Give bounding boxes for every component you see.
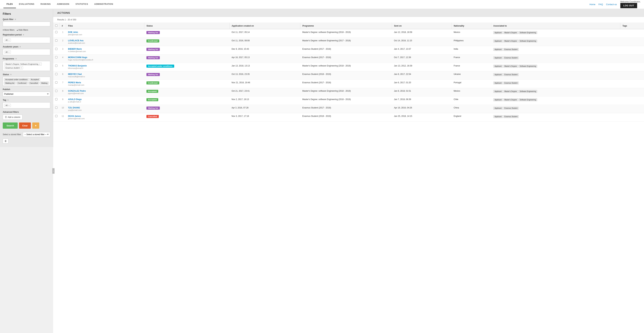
tag-clear[interactable]: ✕ bbox=[7, 99, 9, 101]
clear-button[interactable]: Clear bbox=[19, 122, 31, 129]
file-name-link[interactable]: LOVELACE Ava bbox=[68, 39, 142, 42]
row-checkbox-cell bbox=[53, 46, 60, 54]
file-name-link[interactable]: BIEBER Marie bbox=[68, 48, 142, 50]
academic-years-clear[interactable]: ✕ bbox=[19, 46, 21, 48]
row-extra-tags bbox=[620, 113, 644, 122]
row-sent-on: Apr 19, 2016, 04:26 bbox=[392, 105, 452, 113]
row-tags: ApplicantErasmus Student bbox=[491, 80, 620, 88]
file-name-link[interactable]: THOMAS Benjamin bbox=[68, 65, 142, 67]
row-checkbox[interactable] bbox=[55, 115, 58, 117]
file-name-link[interactable]: ADULO Diego bbox=[68, 98, 142, 101]
programme-section: Programme ✕ Master's Degree: Software En… bbox=[3, 57, 50, 71]
status-pill-accepted[interactable]: Accepted bbox=[30, 78, 40, 81]
status-clear[interactable]: ✕ bbox=[10, 73, 12, 76]
row-app-created: Nov 3, 2017, 17:18 bbox=[230, 113, 300, 122]
registration-period-clear[interactable]: ✕ bbox=[23, 34, 24, 36]
link-home[interactable]: Home bbox=[590, 3, 596, 6]
row-num: 11 bbox=[60, 113, 66, 122]
file-name-link[interactable]: GONZALEZ Pedro bbox=[68, 90, 142, 92]
file-name-link[interactable]: MEDYEV Vlad bbox=[68, 73, 142, 75]
tag-badge: Applicant bbox=[493, 98, 503, 101]
tag-all-pill[interactable]: All ✕ bbox=[4, 104, 11, 107]
row-tags: ApplicantErasmus Student bbox=[491, 113, 620, 122]
programme-tags-container: Master's Degree: Software Engineering ✕ … bbox=[3, 61, 50, 71]
row-num: 4 bbox=[60, 54, 66, 63]
logout-button[interactable]: LOG OUT bbox=[620, 3, 637, 8]
quick-filter-input[interactable] bbox=[3, 21, 50, 26]
tag-all-remove[interactable]: ✕ bbox=[8, 104, 10, 106]
quick-filter-clear[interactable]: ✕ bbox=[14, 18, 16, 20]
academic-years-all-remove[interactable]: ✕ bbox=[8, 51, 10, 53]
tag-badge: Software Engineering bbox=[518, 98, 537, 101]
file-name-link[interactable]: PERES Maria bbox=[68, 81, 142, 84]
favorite-button[interactable]: ★ bbox=[32, 122, 39, 129]
row-app-created: Apr 3, 2016, 07:28 bbox=[230, 105, 300, 113]
search-button[interactable]: Search bbox=[3, 122, 18, 129]
publish-select[interactable]: Published Unpublished All bbox=[3, 92, 50, 96]
programme-clear[interactable]: ✕ bbox=[15, 58, 17, 60]
tab-statistics[interactable]: STATISTICS bbox=[72, 0, 91, 8]
link-contact[interactable]: Contact-us bbox=[606, 3, 617, 6]
sidebar: Filters Quick filter ✕ ▾ More filters ▴ … bbox=[0, 9, 53, 147]
status-pill-cancelled[interactable]: Cancelled bbox=[28, 81, 40, 85]
stored-filter-select[interactable]: -- Select a stored filter -- bbox=[23, 132, 50, 137]
programme-tag-masters[interactable]: Master's Degree: Software Engineering ✕ bbox=[4, 62, 42, 66]
row-checkbox[interactable] bbox=[55, 90, 58, 92]
add-column-button[interactable]: ☰ Add a column bbox=[3, 115, 22, 120]
row-app-created: Oct 21, 2017, 23:41 bbox=[230, 88, 300, 96]
trash-button[interactable]: 🗑 bbox=[3, 139, 8, 144]
tab-files[interactable]: FILES bbox=[4, 0, 16, 8]
row-extra-tags bbox=[620, 88, 644, 96]
academic-years-label: Academic years ✕ bbox=[3, 45, 50, 48]
programme-tag-masters-remove[interactable]: ✕ bbox=[39, 63, 40, 65]
row-checkbox[interactable] bbox=[55, 39, 58, 42]
row-checkbox[interactable] bbox=[55, 56, 58, 58]
row-checkbox[interactable] bbox=[55, 31, 58, 33]
more-filters-toggle[interactable]: ▾ More filters bbox=[3, 29, 14, 31]
tab-evaluations[interactable]: EVALUATIONS bbox=[16, 0, 38, 8]
file-name-link[interactable]: TZU ZHANG bbox=[68, 107, 142, 109]
sidebar-collapse-button[interactable]: ‹ bbox=[52, 168, 54, 174]
row-tags: ApplicantMaster's DegreeSoftware Enginee… bbox=[491, 29, 620, 38]
row-extra-tags bbox=[620, 54, 644, 63]
tag-badge: Applicant bbox=[493, 73, 503, 76]
status-badge: Confirmed bbox=[146, 39, 159, 42]
table-row: 4 MORACCHINI Hugo hugo.moracchini@emundu… bbox=[53, 54, 644, 63]
status-pill-waiting[interactable]: Waiting bbox=[40, 81, 49, 85]
row-extra-tags bbox=[620, 96, 644, 105]
tab-admission[interactable]: ADMISSION bbox=[54, 0, 72, 8]
results-info: Results 1 - 20 of 350 bbox=[53, 17, 644, 23]
row-tags: ApplicantErasmus Student bbox=[491, 105, 620, 113]
select-all-checkbox[interactable] bbox=[55, 24, 58, 27]
status-pills-container: Accepted under conditions Accepted Waiti… bbox=[3, 77, 50, 86]
reg-period-all-remove[interactable]: ✕ bbox=[8, 39, 10, 41]
file-name-link[interactable]: DEAN James bbox=[68, 115, 142, 117]
status-pill-confirmed[interactable]: Confirmed bbox=[16, 81, 28, 85]
row-checkbox[interactable] bbox=[55, 73, 58, 75]
tab-administration[interactable]: ADMINISTRATION bbox=[91, 0, 116, 8]
programme-tag-erasmus[interactable]: Erasmus student ✕ bbox=[4, 66, 23, 69]
link-faq[interactable]: FAQ bbox=[598, 3, 603, 6]
col-header-app-created: Application created on bbox=[230, 23, 300, 29]
status-badge: Accepted under conditions bbox=[146, 65, 174, 68]
col-header-tags: Tags bbox=[620, 23, 644, 29]
programme-tag-erasmus-remove[interactable]: ✕ bbox=[20, 67, 22, 69]
row-checkbox[interactable] bbox=[55, 65, 58, 67]
tag-badge: Software Engineering bbox=[518, 39, 537, 42]
reg-period-all-pill[interactable]: All ✕ bbox=[4, 38, 11, 42]
table-row: 2 LOVELACE Ava avalove@email.com Confirm… bbox=[53, 38, 644, 46]
status-pill-waiting-list[interactable]: Waiting list bbox=[4, 81, 16, 85]
row-checkbox[interactable] bbox=[55, 81, 58, 84]
row-status: Accepted bbox=[144, 96, 230, 105]
status-pill-accepted-conditions[interactable]: Accepted under conditions bbox=[4, 78, 29, 81]
row-checkbox[interactable] bbox=[55, 107, 58, 109]
row-checkbox[interactable] bbox=[55, 48, 58, 50]
academic-years-all-pill[interactable]: All ✕ bbox=[4, 50, 11, 54]
row-checkbox[interactable] bbox=[55, 98, 58, 100]
row-tags: ApplicantMaster's DegreeSoftware Enginee… bbox=[491, 38, 620, 46]
hide-filters-toggle[interactable]: ▴ Hide filters bbox=[17, 29, 28, 31]
file-name-link[interactable]: DOE John bbox=[68, 31, 142, 33]
tab-ranking[interactable]: RANKING bbox=[38, 0, 54, 8]
file-name-link[interactable]: MORACCHINI Hugo bbox=[68, 56, 142, 59]
status-badge: Cancelled bbox=[146, 115, 159, 118]
